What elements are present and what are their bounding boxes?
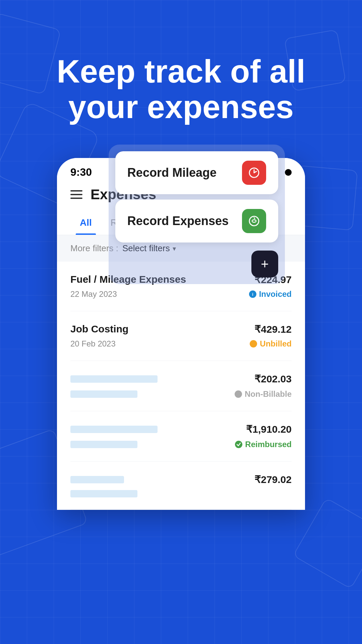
expense-status-job: Unbilled	[250, 339, 292, 348]
popup-overlay: Record Mileage Record Expenses	[109, 145, 285, 284]
phone-area: Record Mileage Record Expenses	[0, 158, 362, 510]
skeleton-date-2	[70, 441, 137, 448]
skeleton-status-2: Reimbursed	[235, 440, 292, 449]
svg-point-7	[250, 341, 256, 347]
unbilled-dot-icon	[250, 340, 257, 347]
skeleton-status-1: Non-Billable	[235, 389, 292, 399]
skeleton-item-2: ₹1,910.20 Reimbursed	[70, 411, 292, 462]
invoiced-dot-icon: i	[249, 290, 256, 298]
hero-title: Keep track of all your expenses	[27, 54, 335, 124]
skeleton-item-3: ₹279.02	[70, 462, 292, 510]
fab-add-button[interactable]: +	[251, 251, 278, 277]
expense-status-fuel: i Invoiced	[249, 289, 292, 299]
svg-line-4	[254, 218, 255, 219]
expenses-icon	[242, 209, 266, 233]
expense-date-fuel: 22 May 2023	[70, 289, 117, 299]
nonbillable-dot-icon	[235, 390, 242, 398]
expense-amount-job: ₹429.12	[254, 323, 292, 335]
skeleton-item-1: ₹202.03 Non-Billable	[70, 361, 292, 411]
svg-point-10	[236, 441, 242, 447]
record-expenses-card[interactable]: Record Expenses	[115, 200, 278, 243]
skeleton-date-1	[70, 390, 137, 398]
expense-date-job: 20 Feb 2023	[70, 339, 116, 348]
hamburger-menu-icon[interactable]	[70, 190, 82, 199]
hero-section: Keep track of all your expenses	[0, 0, 362, 145]
tab-all[interactable]: All	[70, 211, 101, 235]
skeleton-date-3	[70, 490, 137, 497]
record-mileage-label: Record Mileage	[127, 166, 217, 180]
expense-list: Fuel / Mileage Expenses ₹224.97 22 May 2…	[57, 262, 305, 510]
record-expenses-label: Record Expenses	[127, 214, 229, 228]
status-camera-dot	[285, 169, 292, 176]
skeleton-amount-3: ₹279.02	[254, 474, 292, 485]
skeleton-amount-2: ₹1,910.20	[246, 423, 292, 435]
skeleton-amount-1: ₹202.03	[254, 373, 292, 385]
expense-item-job[interactable]: Job Costing ₹429.12 20 Feb 2023 Unbilled	[70, 311, 292, 361]
record-mileage-card[interactable]: Record Mileage	[115, 151, 278, 194]
skeleton-name-2	[70, 426, 158, 433]
skeleton-name-1	[70, 375, 158, 383]
svg-text:i: i	[252, 292, 253, 297]
mileage-icon	[242, 161, 266, 185]
expense-name-job: Job Costing	[70, 323, 128, 335]
skeleton-name-3	[70, 476, 124, 483]
reimbursed-dot-icon	[235, 441, 242, 448]
status-time: 9:30	[70, 166, 92, 178]
